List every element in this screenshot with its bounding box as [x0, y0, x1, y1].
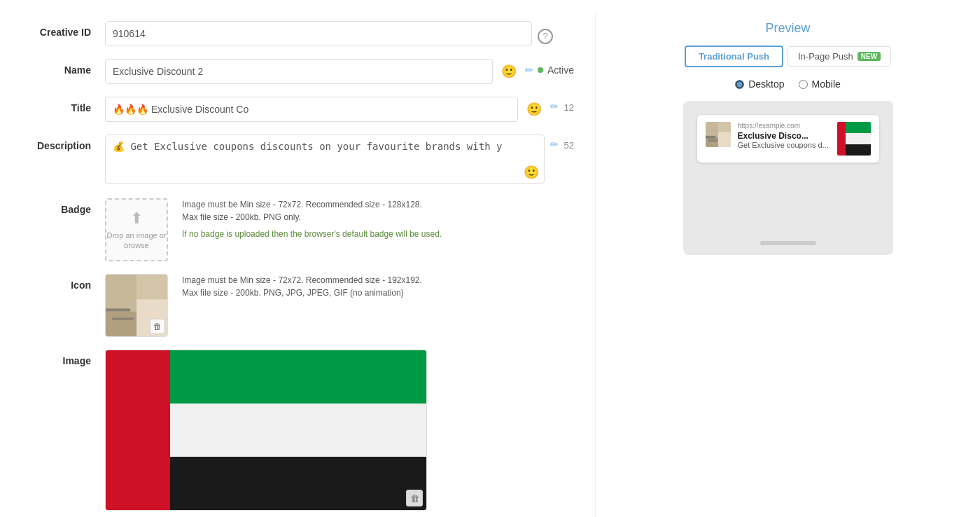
desc-count-area: ✏ 52: [550, 135, 574, 151]
icon-label: Icon: [21, 274, 105, 291]
icon-image-wrapper: 🗑: [105, 274, 168, 337]
preview-section: Preview Traditional Push In-Page Push NE…: [595, 14, 980, 517]
name-edit-icon[interactable]: ✏: [525, 64, 533, 76]
preview-tabs: Traditional Push In-Page Push NEW: [685, 46, 891, 67]
desktop-label: Desktop: [748, 78, 784, 90]
tab-traditional-push[interactable]: Traditional Push: [685, 46, 783, 67]
badge-upload-text: Drop an image or browse: [106, 230, 167, 251]
device-toggle: Desktop Mobile: [735, 78, 841, 90]
name-row: Name 🙂 ✏ Active: [21, 59, 574, 84]
badge-row: Badge ⬆ Drop an image or browse Image mu…: [21, 198, 574, 261]
name-label: Name: [21, 59, 105, 76]
image-row: Image 🗑: [21, 350, 574, 512]
desktop-radio-label[interactable]: Desktop: [735, 78, 784, 90]
badge-hint-2: Max file size - 200kb. PNG only.: [182, 211, 442, 223]
desktop-radio[interactable]: [735, 80, 744, 89]
icon-delete-button[interactable]: 🗑: [150, 319, 165, 334]
desc-edit-icon[interactable]: ✏: [550, 139, 559, 150]
flag-white: [170, 404, 426, 457]
badge-hint-green: If no badge is uploaded then the browser…: [182, 228, 442, 241]
preview-notif-url: https://example.com: [738, 122, 830, 130]
status-text: Active: [547, 64, 574, 76]
preview-notif-title: Exclusive Disco...: [738, 131, 830, 141]
description-row: Description 💰 Get Exclusive coupons disc…: [21, 135, 574, 186]
flag-right: [170, 350, 426, 510]
name-input[interactable]: [105, 59, 493, 84]
flag-black: [170, 457, 426, 510]
status-dot: [538, 67, 543, 73]
preview-device: https://example.com Exclusive Disco... G…: [683, 101, 893, 255]
preview-notification: https://example.com Exclusive Disco... G…: [697, 115, 879, 163]
name-emoji-button[interactable]: 🙂: [498, 64, 519, 79]
badge-upload-box[interactable]: ⬆ Drop an image or browse: [105, 198, 168, 261]
desc-emoji-button[interactable]: 🙂: [524, 165, 539, 180]
preview-notif-content: https://example.com Exclusive Disco... G…: [738, 122, 830, 156]
preview-flag-white: [846, 133, 871, 144]
creative-id-row: Creative ID ?: [21, 21, 574, 46]
description-input[interactable]: 💰 Get Exclusive coupons discounts on you…: [105, 135, 545, 184]
preview-title: Preview: [765, 21, 810, 36]
icon-row: Icon 🗑 Image must be Min size - 72x72. R…: [21, 274, 574, 337]
title-count-area: ✏ 12: [550, 97, 574, 113]
title-char-count: 12: [564, 102, 574, 113]
icon-field: 🗑 Image must be Min size - 72x72. Recomm…: [105, 274, 553, 337]
mobile-label: Mobile: [812, 78, 841, 90]
image-field: 🗑: [105, 350, 553, 512]
description-field: 💰 Get Exclusive coupons discounts on you…: [105, 135, 545, 186]
title-emoji-button[interactable]: 🙂: [524, 102, 545, 117]
preview-flag-right: [846, 122, 871, 156]
creative-id-label: Creative ID: [21, 21, 105, 38]
image-delete-button[interactable]: 🗑: [406, 490, 423, 506]
help-icon[interactable]: ?: [538, 29, 553, 44]
badge-label: Badge: [21, 198, 105, 215]
title-field: 🙂: [105, 97, 545, 122]
preview-flag-black: [846, 144, 871, 156]
image-flag: [105, 350, 427, 511]
badge-field: ⬆ Drop an image or browse Image must be …: [105, 198, 553, 261]
preview-icon: [706, 122, 731, 147]
upload-icon: ⬆: [130, 209, 143, 228]
flag-red: [106, 350, 170, 510]
preview-scrollbar: [760, 241, 816, 245]
icon-hint-1: Image must be Min size - 72x72. Recommen…: [182, 274, 422, 287]
preview-notif-desc: Get Exclusive coupons d...: [738, 141, 830, 149]
tab-inpage-push[interactable]: In-Page Push NEW: [788, 46, 891, 67]
creative-id-input[interactable]: [105, 21, 532, 46]
name-status: ✏ Active: [525, 59, 574, 76]
preview-flag-green: [846, 122, 871, 133]
form-section: Creative ID ? Name 🙂 ✏ A: [0, 14, 595, 517]
preview-flag-red: [837, 122, 846, 156]
description-label: Description: [21, 135, 105, 151]
title-input[interactable]: [105, 97, 518, 122]
desc-char-count: 52: [564, 140, 574, 151]
mobile-radio[interactable]: [799, 80, 808, 89]
badge-hint-1: Image must be Min size - 72x72. Recommen…: [182, 198, 442, 211]
name-field: 🙂: [105, 59, 519, 84]
icon-hints: Image must be Min size - 72x72. Recommen…: [182, 274, 422, 299]
preview-notif-image: [837, 122, 871, 156]
new-badge: NEW: [858, 52, 881, 61]
creative-id-field: ?: [105, 21, 553, 46]
title-row: Title 🙂 ✏ 12: [21, 97, 574, 122]
badge-hints: Image must be Min size - 72x72. Recommen…: [182, 198, 442, 241]
title-edit-icon[interactable]: ✏: [550, 101, 559, 112]
mobile-radio-label[interactable]: Mobile: [799, 78, 841, 90]
title-label: Title: [21, 97, 105, 113]
icon-hint-2: Max file size - 200kb. PNG, JPG, JPEG, G…: [182, 287, 422, 299]
image-label: Image: [21, 350, 105, 366]
flag-green: [170, 350, 426, 404]
preview-icon-canvas: [706, 122, 731, 147]
